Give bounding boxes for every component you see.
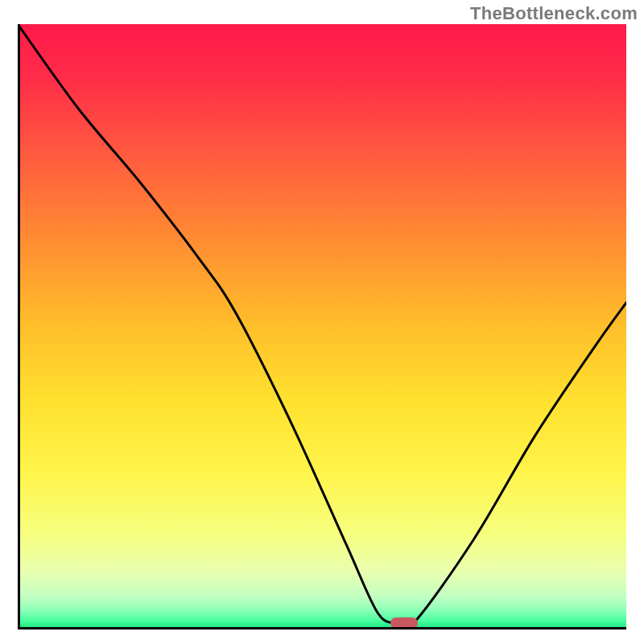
- bottleneck-chart: TheBottleneck.com: [0, 0, 644, 644]
- plot-area: [18, 24, 626, 630]
- attribution-label: TheBottleneck.com: [470, 3, 638, 24]
- optimal-point-marker: [390, 617, 418, 629]
- bottleneck-curve: [18, 24, 626, 630]
